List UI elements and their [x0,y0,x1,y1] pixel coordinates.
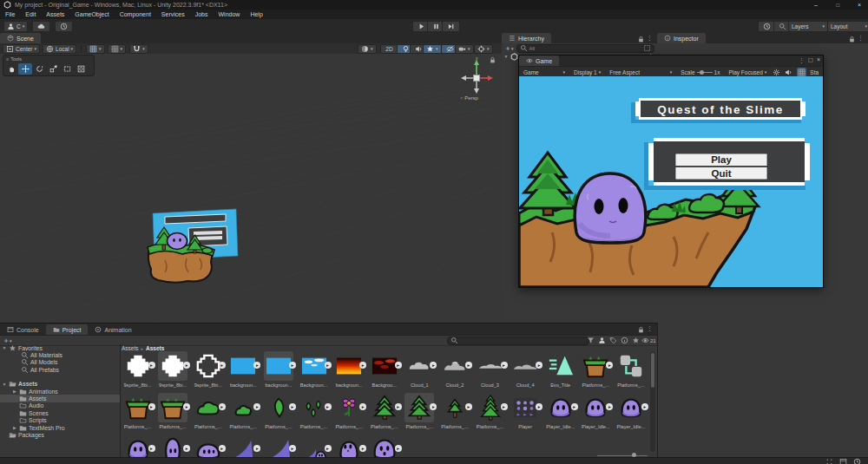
rect-tool-button[interactable] [60,63,74,75]
collab-history-button[interactable] [55,21,73,32]
projection-label[interactable]: < Persp [460,95,478,101]
tree-all-models[interactable]: All Models [0,359,120,366]
hidden-count-badge[interactable]: 21 [641,337,656,344]
handle-rotation-dropdown[interactable]: Local▾ [43,44,76,54]
account-button[interactable]: C▾ [3,21,28,32]
game-close-button[interactable]: × [817,56,820,62]
asset-tile[interactable]: ▸Platforms_... [473,393,507,429]
pivot-mode-dropdown[interactable]: Center▾ [3,44,40,54]
expand-subassets-button[interactable]: ▸ [183,445,190,452]
asset-tile[interactable]: ▸Backgrou... [367,351,401,388]
grid-scrollbar[interactable] [650,351,655,452]
transform-tool-button[interactable] [74,63,88,75]
tab-inspector[interactable]: Inspector [657,33,706,43]
create-object-button[interactable]: ＋▾ [504,43,514,53]
expand-subassets-button[interactable]: ▸ [219,445,226,452]
project-menu-button[interactable]: ⋮ [647,325,653,332]
breadcrumb-root[interactable]: Assets [122,345,139,351]
asset-tile[interactable]: ▸Player_Idle... [543,393,577,429]
expand-subassets-button[interactable]: ▸ [501,362,508,369]
asset-tile[interactable]: ▸ [191,435,225,458]
tab-game[interactable]: Game [519,56,559,66]
asset-tile[interactable]: ▸Platforms_... [579,351,613,388]
expand-subassets-button[interactable]: ▸ [501,403,508,410]
expand-subassets-button[interactable]: ▸ [536,403,542,410]
asset-tile[interactable]: ▸Player_Idle... [579,393,613,429]
search-by-label-icon[interactable] [609,337,617,344]
menu-services[interactable]: Services [156,10,190,19]
effects-dropdown[interactable]: ▾ [423,44,442,54]
asset-tile[interactable]: ▸Player_Idle... [614,393,648,429]
asset-tile[interactable]: ▸9sprite_8bi... [191,351,225,388]
game-maximize-button[interactable]: ▢ [808,56,813,63]
step-button[interactable] [442,21,460,32]
asset-tile[interactable]: ▸Cloud_3 [473,351,507,388]
expand-subassets-button[interactable]: ▸ [606,362,613,369]
scene-viewport[interactable]: y < Persp [0,54,503,323]
close-button[interactable]: × [858,2,861,8]
inspector-menu-button[interactable]: ⋮ [858,35,864,42]
hierarchy-menu-button[interactable]: ⋮ [647,35,653,42]
asset-tile[interactable]: ▸9sprite_8bi... [121,351,155,388]
expand-subassets-button[interactable]: ▸ [395,445,402,452]
game-menu-button[interactable]: ⋮ [799,57,805,64]
breadcrumb-current[interactable]: Assets [146,345,164,351]
grid-snap-button[interactable]: ▾ [86,44,105,54]
cloud-services-button[interactable] [32,21,50,32]
expand-subassets-button[interactable]: ▸ [253,403,260,410]
expand-subassets-button[interactable]: ▸ [148,362,155,369]
menu-file[interactable]: File [0,10,20,19]
asset-tile[interactable]: ▸backgroun... [261,351,295,388]
tree-animations1[interactable]: ▶Animations [0,388,120,395]
expand-subassets-button[interactable]: ▸ [571,403,578,410]
menu-component[interactable]: Component [115,10,156,19]
tab-console[interactable]: Console [0,324,46,335]
asset-tile[interactable]: ▸Platforms_... [367,393,401,429]
asset-tile[interactable]: ▸ [367,435,401,458]
expand-subassets-button[interactable]: ▸ [359,403,366,410]
expand-subassets-button[interactable]: ▸ [395,362,402,369]
expand-subassets-button[interactable]: ▸ [289,362,296,369]
asset-tile[interactable]: ▸Cloud_4 [509,351,542,388]
tree-textmesh-pro1[interactable]: ▶TextMesh Pro [0,424,120,431]
expand-subassets-button[interactable]: ▸ [289,445,296,452]
tab-scene[interactable]: Scene [0,33,41,43]
asset-tile[interactable]: ▸Platforms_... [297,393,331,429]
tree-audio1[interactable]: Audio [0,402,120,409]
asset-tile[interactable]: ▸backgroun... [332,351,366,388]
layers-dropdown[interactable]: Layers▾ [788,21,828,32]
asset-tile[interactable]: ▸ [227,435,260,458]
minimize-button[interactable]: – [814,2,818,8]
move-tool-button[interactable] [18,63,32,75]
tree-packages0[interactable]: Packages [0,431,120,438]
tree-all-materials[interactable]: All Materials [0,351,120,358]
info-icon[interactable] [621,337,628,344]
gizmos-dropdown[interactable]: ▾ [474,44,493,54]
expand-subassets-button[interactable]: ▸ [430,403,437,410]
project-search-field[interactable] [447,337,589,345]
expand-subassets-button[interactable]: ▸ [325,403,332,410]
expand-subassets-button[interactable]: ▸ [359,445,366,452]
saved-search-icon[interactable] [643,44,651,52]
asset-tile[interactable]: ▸Platforms_... [191,393,225,429]
shading-mode-dropdown[interactable]: ▾ [358,44,377,54]
expand-subassets-button[interactable]: ▸ [606,403,613,410]
tree-scenes1[interactable]: Scenes [0,409,120,416]
asset-tile[interactable]: ▸ [261,435,295,458]
game-settings-gear-icon[interactable] [773,69,780,76]
tab-hierarchy[interactable]: Hierarchy [502,33,551,43]
layout-dropdown[interactable]: Layout▾ [827,21,868,32]
expand-subassets-button[interactable]: ▸ [289,403,296,410]
status-progress-icon[interactable] [853,458,861,464]
asset-tile[interactable]: ▸Platforms_... [227,393,260,429]
asset-tile[interactable]: ▸backgroun... [227,351,260,388]
game-audio-icon[interactable] [785,69,792,76]
asset-tile[interactable]: ▸Cloud_2 [437,351,471,388]
asset-tile[interactable]: ▸ [156,435,190,458]
favorites-star-icon[interactable] [632,337,640,344]
expand-subassets-button[interactable]: ▸ [148,403,155,410]
asset-tile[interactable]: ▸Platforms_... [156,393,190,429]
snap-increment-button[interactable]: ▾ [129,44,148,54]
tree-assets1[interactable]: Assets [0,395,120,402]
tab-animation[interactable]: Animation [88,324,138,335]
